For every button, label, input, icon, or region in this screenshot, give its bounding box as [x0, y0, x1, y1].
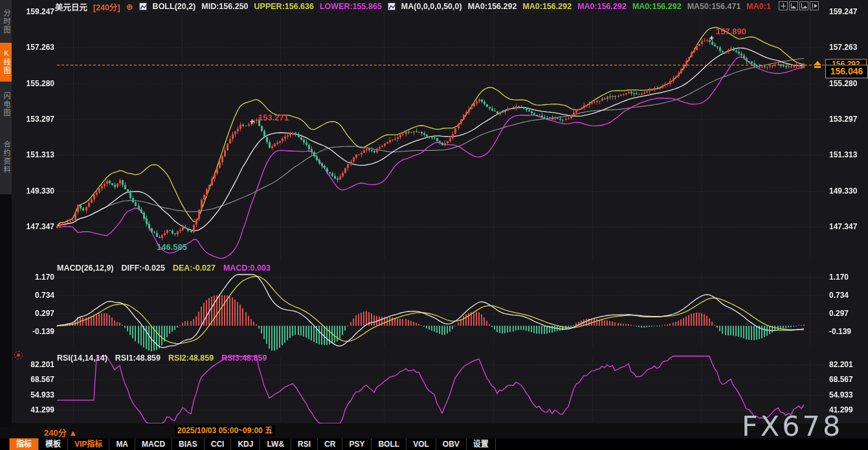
toolbar-tab-bias[interactable]: BIAS — [172, 438, 205, 450]
rsi-axis-label: 68.567 — [829, 375, 868, 384]
period-up-arrow-icon: ▲ — [69, 428, 77, 438]
ma-label: MA(0,0,0,0,50,0) — [401, 2, 462, 11]
quote-price-tag: 156.046 — [825, 65, 868, 78]
rsi-axis-label: 82.201 — [829, 360, 868, 369]
period-label[interactable]: [240分] — [93, 1, 120, 13]
price-axis-label: 151.313 — [829, 150, 868, 159]
price-axis-label: 157.263 — [829, 43, 868, 52]
macd-axis-label: -0.139 — [12, 327, 54, 336]
period-selector-label: 240分 — [44, 428, 67, 438]
price-axis-label: 147.347 — [12, 222, 54, 231]
high-plus-marker: + — [709, 34, 714, 43]
ma0-white-value: MA0:156.292 — [468, 2, 517, 11]
toolbar-tab-ma[interactable]: MA — [109, 438, 135, 450]
toolbar-tab-lw&[interactable]: LW& — [260, 438, 291, 450]
chart-toolbar-icons — [779, 1, 819, 10]
zoom-in-chart-icon[interactable] — [799, 1, 808, 10]
rsi-axis-label: 54.933 — [829, 390, 868, 399]
macd-axis-label: -0.139 — [829, 327, 868, 336]
ma0-red-value: MA0:1 — [746, 2, 771, 11]
zoom-out-chart-icon[interactable] — [789, 1, 798, 10]
rsi3-value: RSI3:48.859 — [221, 354, 267, 363]
rsi-axis-label: 68.567 — [12, 375, 54, 384]
rsi-axis-label: 54.933 — [12, 390, 54, 399]
price-axis-label: 159.247 — [12, 7, 54, 16]
price-axis-label: 149.330 — [829, 186, 868, 196]
rsi-axis-label: 41.299 — [12, 405, 54, 414]
toolbar-tab-boll[interactable]: BOLL — [372, 438, 406, 450]
sidebar-tab-contract-info[interactable]: 合约资料 — [0, 128, 12, 187]
ma0-magenta-value: MA0:156.292 — [577, 2, 627, 11]
macd-axis-label: 0.734 — [12, 291, 54, 300]
symbol-name: 美元日元 — [55, 1, 87, 13]
boll-mid-value: MID:156.250 — [201, 2, 248, 11]
boll-upper-value: UPPER:156.636 — [254, 2, 314, 11]
ma-indicator-icon[interactable] — [388, 3, 395, 10]
period-selector[interactable]: 240分 ▲ — [44, 426, 77, 438]
macd-axis-label: 0.297 — [12, 309, 54, 318]
macd-diff-value: DIFF:-0.025 — [122, 264, 165, 273]
toolbar-tab-rsi[interactable]: RSI — [291, 438, 318, 450]
rsi-panel-header: RSI(14,14,14) RSI1:48.859 RSI2:48.859 RS… — [57, 354, 267, 363]
macd-dea-value: DEA:-0.027 — [173, 264, 216, 273]
macd-axis-label: 0.734 — [829, 291, 868, 300]
toolbar-tab-obv[interactable]: OBV — [436, 438, 467, 450]
indicator-toolbar: 指标模板VIP指标MAMACDBIASCCIKDJLW&RSICRPSYBOLL… — [0, 438, 868, 450]
fx678-watermark: FX678 — [742, 410, 843, 442]
toolbar-tab-vol[interactable]: VOL — [406, 438, 436, 450]
macd-axis-label: 0.297 — [829, 309, 868, 318]
rsi2-value: RSI2:48.859 — [168, 354, 214, 363]
sidebar-tab-lightning[interactable]: 闪电图 — [0, 85, 12, 124]
price-axis-label: 157.263 — [12, 43, 54, 52]
crosshair-icon[interactable] — [779, 1, 788, 10]
rsi1-value: RSI1:48.859 — [115, 354, 161, 363]
toolbar-tab-cci[interactable]: CCI — [205, 438, 232, 450]
macd-axis-label: 1.170 — [12, 273, 54, 282]
price-axis-label: 155.280 — [12, 79, 54, 88]
price-axis-label: 147.347 — [829, 222, 868, 231]
price-axis-label: 151.313 — [12, 150, 54, 159]
macd-title: MACD(26,12,9) — [57, 264, 114, 273]
macd-panel-header: MACD(26,12,9) DIFF:-0.025 DEA:-0.027 MAC… — [57, 264, 271, 273]
price-axis-label: 153.297 — [12, 115, 54, 124]
toolbar-tab-macd[interactable]: MACD — [135, 438, 172, 450]
ma0-green-value: MA0:156.292 — [632, 2, 682, 11]
toolbar-tab-kdj[interactable]: KDJ — [231, 438, 260, 450]
price-axis-label: 155.280 — [829, 79, 868, 88]
swing-high-annotation: 153.271 — [258, 113, 289, 122]
toolbar-tab-indicators-active[interactable]: 指标 — [9, 438, 39, 450]
x-axis-strip — [0, 423, 868, 438]
ma0-yellow-value: MA0:156.292 — [522, 2, 572, 11]
boll-indicator-icon[interactable] — [139, 3, 147, 10]
rsi-axis-label: 82.201 — [12, 360, 54, 369]
price-marker-arrow-icon — [814, 57, 821, 68]
sidebar-tab-timeshare[interactable]: 分时图 — [0, 3, 12, 40]
high-price-annotation: 157.890 — [716, 27, 746, 36]
boll-lower-value: LOWER:155.865 — [320, 2, 382, 11]
exit-fullscreen-icon[interactable] — [810, 1, 819, 10]
toolbar-tab-cr[interactable]: CR — [318, 438, 342, 450]
toolbar-tab-模板[interactable]: 模板 — [39, 438, 68, 450]
rsi-title: RSI(14,14,14) — [57, 354, 107, 363]
swing-plus-marker: + — [250, 117, 254, 126]
sidebar-tab-kline[interactable]: K线图 — [0, 43, 12, 82]
toolbar-tab-vip指标[interactable]: VIP指标 — [68, 438, 109, 450]
price-axis-label: 149.330 — [12, 186, 54, 196]
alert-marker-icon[interactable] — [14, 351, 23, 359]
price-axis-label: 159.247 — [829, 7, 868, 16]
candle-date-tooltip: 2025/10/03 05:00~09:00 五 — [175, 425, 275, 436]
chart-header-legend: 美元日元 [240分] ⊕ BOLL(20,2) MID:156.250 UPP… — [55, 1, 771, 12]
macd-axis-label: 1.170 — [829, 273, 868, 282]
link-circle-plus-icon[interactable]: ⊕ — [126, 2, 133, 12]
macd-hist-value: MACD:0.003 — [223, 264, 271, 273]
toolbar-tab-设置[interactable]: 设置 — [467, 438, 496, 450]
low-price-annotation: 146.585 — [157, 242, 187, 252]
left-sidebar: 分时图 K线图 闪电图 合约资料 — [0, 0, 12, 427]
app-window: 分时图 K线图 闪电图 合约资料 美元日元 [240分] ⊕ BOLL(20,2… — [0, 0, 868, 450]
boll-label: BOLL(20,2) — [153, 2, 196, 11]
price-axis-label: 153.297 — [829, 115, 868, 124]
ma50-value: MA50:156.471 — [687, 2, 741, 11]
toolbar-tab-psy[interactable]: PSY — [342, 438, 372, 450]
chart-plot-canvas[interactable] — [0, 0, 868, 450]
